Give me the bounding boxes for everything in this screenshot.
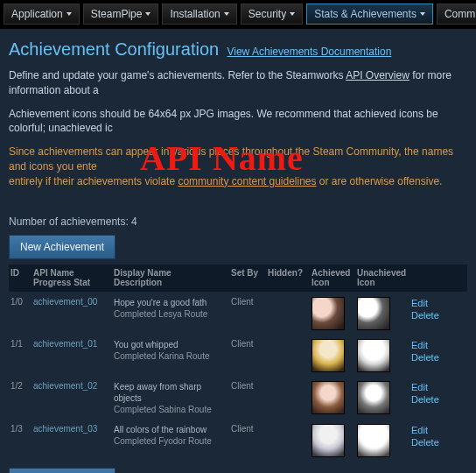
new-achievement-button-top[interactable]: New Achievement — [9, 235, 116, 259]
table-header: ID API Name Progress Stat Display Name D… — [9, 265, 467, 292]
cell-display: All colors of the rainbow Completed Fyod… — [114, 424, 228, 447]
description: Completed Karina Route — [114, 351, 210, 361]
page-title: Achievement Configuration — [9, 39, 219, 59]
cell-display: You got whipped Completed Karina Route — [114, 339, 228, 362]
view-docs-link[interactable]: View Achievements Documentation — [227, 46, 391, 58]
count-value: 4 — [131, 215, 137, 228]
cell-api-name: achievement_03 — [33, 424, 110, 434]
col-unachieved-icon: Unachieved Icon — [357, 268, 408, 288]
edit-link[interactable]: Edit — [411, 424, 453, 436]
unachieved-icon — [357, 381, 390, 414]
top-tabs: Application SteamPipe Installation Secur… — [0, 0, 476, 29]
table-row: 1/0 achievement_00 Hope you're a good fa… — [9, 292, 467, 334]
cell-id: 1/3 — [10, 424, 30, 434]
delete-link[interactable]: Delete — [411, 393, 453, 406]
achieved-icon — [312, 297, 345, 330]
achievement-count: Number of achievements: 4 — [9, 215, 467, 228]
new-achievement-button-bottom[interactable]: New Achievement — [9, 468, 116, 473]
display-name: All colors of the rainbow — [114, 425, 206, 434]
content-area: Achievement Configuration View Achieveme… — [0, 29, 476, 473]
count-label: Number of achievements: — [9, 215, 131, 228]
cell-api-name: achievement_02 — [33, 381, 110, 391]
cell-setby: Client — [231, 339, 264, 349]
cell-setby: Client — [231, 381, 264, 391]
edit-link[interactable]: Edit — [411, 381, 453, 393]
display-name: Keep away from sharp objects — [114, 382, 201, 403]
api-overview-link[interactable]: API Overview — [346, 69, 410, 81]
intro-paragraph-1: Define and update your game's achievemen… — [9, 68, 467, 98]
text: Since achievements can appear in various… — [9, 145, 453, 173]
caret-down-icon — [224, 12, 229, 16]
description: Completed Fyodor Route — [114, 436, 212, 446]
caret-down-icon — [145, 12, 150, 16]
col-hidden: Hidden? — [268, 268, 308, 279]
tab-steampipe[interactable]: SteamPipe — [83, 4, 159, 25]
cell-actions: Edit Delete — [411, 381, 453, 406]
cell-setby: Client — [231, 424, 264, 434]
intro-paragraph-2: Achievement icons should be 64x64 px JPG… — [9, 107, 467, 137]
title-row: Achievement Configuration View Achieveme… — [9, 39, 467, 60]
text: or are otherwise offensive. — [317, 175, 443, 187]
caret-down-icon — [66, 12, 72, 16]
tab-stats-achievements[interactable]: Stats & Achievements — [306, 4, 433, 25]
cell-api-name: achievement_00 — [33, 297, 110, 307]
caret-down-icon — [290, 12, 295, 16]
unachieved-icon — [357, 424, 390, 457]
table-row: 1/2 achievement_02 Keep away from sharp … — [9, 376, 467, 419]
tab-community[interactable]: Community — [437, 4, 476, 25]
tab-security[interactable]: Security — [241, 4, 303, 25]
description: Completed Sabina Route — [114, 405, 212, 414]
tab-label: Application — [11, 8, 63, 20]
cell-setby: Client — [231, 297, 264, 307]
display-name: You got whipped — [114, 340, 178, 349]
text: entirely if their achievements violate — [9, 175, 178, 187]
tab-installation[interactable]: Installation — [162, 4, 236, 25]
cell-actions: Edit Delete — [411, 424, 453, 449]
unachieved-icon — [357, 339, 390, 372]
edit-link[interactable]: Edit — [411, 339, 453, 351]
delete-link[interactable]: Delete — [411, 351, 453, 364]
cell-id: 1/1 — [10, 339, 30, 349]
cell-id: 1/0 — [10, 297, 30, 307]
tab-label: SteamPipe — [91, 8, 143, 20]
achievements-table: ID API Name Progress Stat Display Name D… — [9, 265, 467, 461]
edit-link[interactable]: Edit — [411, 297, 453, 309]
tab-application[interactable]: Application — [4, 4, 80, 25]
warning-paragraph: Since achievements can appear in various… — [9, 145, 467, 188]
display-name: Hope you're a good fath — [114, 298, 206, 307]
cell-display: Hope you're a good fath Completed Lesya … — [114, 297, 228, 320]
text: Define and update your game's achievemen… — [9, 69, 346, 81]
description: Completed Lesya Route — [114, 309, 207, 319]
unachieved-icon — [357, 297, 390, 330]
tab-label: Stats & Achievements — [314, 8, 416, 20]
table-row: 1/1 achievement_01 You got whipped Compl… — [9, 334, 467, 376]
col-display: Display Name Description — [114, 268, 228, 288]
cell-display: Keep away from sharp objects Completed S… — [114, 381, 228, 415]
table-row: 1/3 achievement_03 All colors of the rai… — [9, 419, 467, 461]
tab-label: Security — [248, 8, 286, 20]
achieved-icon — [312, 424, 345, 457]
tab-label: Community — [444, 8, 476, 20]
delete-link[interactable]: Delete — [411, 309, 453, 321]
col-id: ID — [10, 268, 30, 279]
community-guidelines-link[interactable]: community content guidelines — [178, 175, 316, 187]
achieved-icon — [312, 339, 345, 372]
col-api: API Name Progress Stat — [33, 268, 110, 288]
col-achieved-icon: Achieved Icon — [312, 268, 354, 288]
cell-actions: Edit Delete — [411, 297, 453, 322]
tab-label: Installation — [170, 8, 220, 20]
cell-api-name: achievement_01 — [33, 339, 110, 349]
cell-actions: Edit Delete — [411, 339, 453, 364]
delete-link[interactable]: Delete — [411, 436, 453, 448]
col-setby: Set By — [231, 268, 264, 279]
cell-id: 1/2 — [10, 381, 30, 391]
achieved-icon — [312, 381, 345, 414]
caret-down-icon — [420, 12, 425, 16]
